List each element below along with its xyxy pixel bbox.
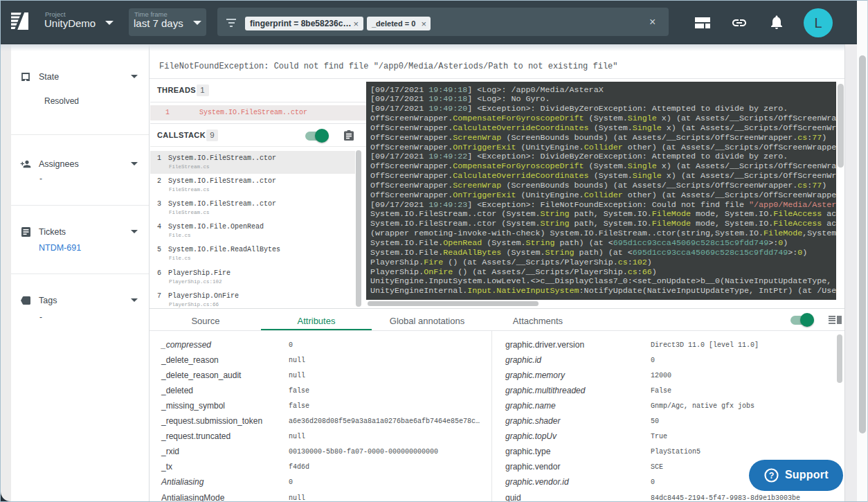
svg-text:?: ? <box>769 471 775 481</box>
